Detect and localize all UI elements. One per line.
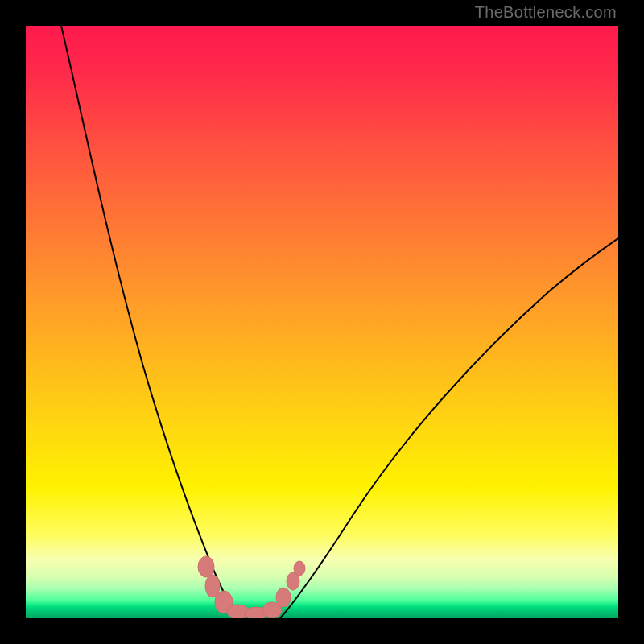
right-curve	[280, 238, 618, 618]
marker-cluster	[198, 556, 305, 618]
chart-frame: TheBottleneck.com	[0, 0, 644, 644]
marker-blob-icon	[294, 561, 305, 576]
chart-curves	[26, 26, 618, 618]
watermark-text: TheBottleneck.com	[475, 3, 617, 22]
left-curve	[61, 26, 242, 618]
marker-blob-icon	[198, 556, 214, 577]
marker-blob-icon	[276, 588, 291, 607]
plot-area	[26, 26, 618, 618]
